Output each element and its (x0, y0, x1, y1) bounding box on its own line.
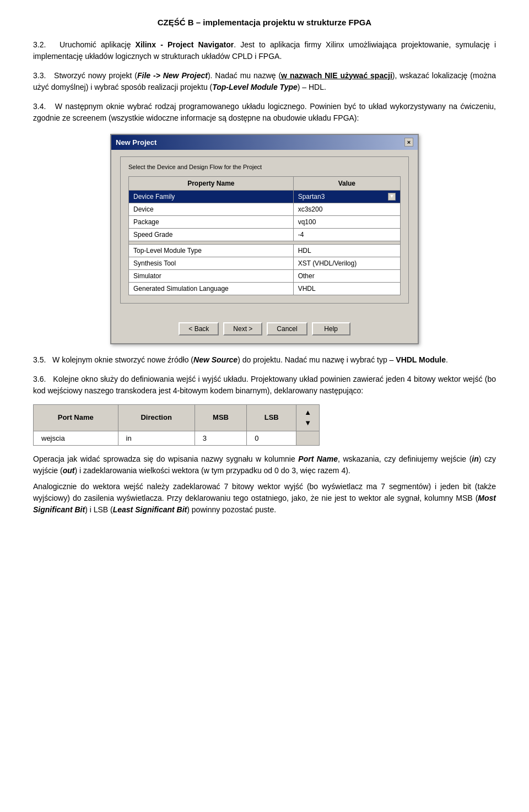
section-32-content: Uruchomić aplikację Xilinx - Project Nav… (33, 40, 496, 61)
section-36-cont: Operacja jak widać sprowadza się do wpis… (33, 453, 496, 516)
section-33-content: Stworzyć nowy projekt (File -> New Proje… (33, 71, 496, 91)
direction-cell: in (118, 431, 195, 446)
table-row[interactable]: Package vq100 (129, 215, 401, 228)
table-row[interactable]: Device xc3s200 (129, 203, 401, 215)
port-table-wrapper: Port Name Direction MSB LSB ▲▼ wejscia i… (33, 404, 496, 446)
lsb-full: Least Significant Bit (113, 505, 187, 514)
dialog-footer: < Back Next > Cancel Help (111, 318, 418, 343)
table-row[interactable]: Simulator Other (129, 269, 401, 282)
section-36-num: 3.6. (33, 375, 46, 383)
property-cell: Simulator (129, 269, 294, 282)
msb-full: Most Significant Bit (33, 494, 496, 514)
col-property-name: Property Name (129, 176, 294, 190)
out-label: out (63, 466, 75, 475)
value-cell: Other (293, 269, 400, 282)
next-button[interactable]: Next > (223, 322, 262, 335)
new-project-dialog: New Project × Select the Device and Desi… (110, 134, 419, 344)
section-33: 3.3. Stworzyć nowy projekt (File -> New … (33, 70, 496, 93)
value-cell[interactable]: Spartan3 ▼ (293, 190, 400, 203)
lsb-cell: 0 (247, 431, 296, 446)
table-row[interactable]: Synthesis Tool XST (VHDL/Verilog) (129, 257, 401, 269)
dialog-body: Select the Device and Design Flow for th… (111, 150, 418, 318)
port-name-cell: wejscia (34, 431, 118, 446)
section-36-content1: Kolejne okno służy do definiowania wejść… (33, 375, 496, 395)
help-button[interactable]: Help (312, 322, 350, 335)
cancel-button[interactable]: Cancel (267, 322, 307, 335)
section-34: 3.4. W następnym oknie wybrać rodzaj pro… (33, 101, 496, 124)
value-cell: VHDL (293, 282, 400, 295)
group-legend: Select the Device and Design Flow for th… (128, 163, 401, 172)
table-row[interactable]: Generated Simulation Language VHDL (129, 282, 401, 295)
vhdl-module-label: VHDL Module (396, 355, 446, 364)
in-label: in (472, 454, 478, 463)
section-36-text2: Operacja jak widać sprowadza się do wpis… (33, 453, 496, 477)
no-spaces-rule: w nazwach NIE używać spacji (281, 71, 392, 80)
section-32-text: 3.2. Uruchomić aplikację Xilinx - Projec… (33, 39, 496, 62)
section-34-text: 3.4. W następnym oknie wybrać rodzaj pro… (33, 101, 496, 124)
device-group: Select the Device and Design Flow for th… (120, 156, 409, 304)
section-36-content3: Analogicznie do wektora wejść należy zad… (33, 482, 496, 514)
msb-cell: 3 (195, 431, 247, 446)
section-35-text: 3.5. W kolejnym oknie stworzyć nowe źród… (33, 354, 496, 366)
section-35-num: 3.5. (33, 355, 46, 364)
file-new-project: File -> New Project (137, 71, 208, 80)
property-cell: Top-Level Module Type (129, 244, 294, 257)
property-cell: Device Family (129, 190, 294, 203)
property-cell: Synthesis Tool (129, 257, 294, 269)
value-cell: -4 (293, 228, 400, 241)
section-32: 3.2. Uruchomić aplikację Xilinx - Projec… (33, 39, 496, 62)
property-cell: Generated Simulation Language (129, 282, 294, 295)
new-source-label: New Source (193, 355, 237, 364)
value-cell: xc3s200 (293, 203, 400, 215)
xilinx-name: Xilinx - Project Navigator (136, 40, 234, 49)
section-32-num: 3.2. (33, 40, 46, 49)
back-button[interactable]: < Back (179, 322, 219, 335)
value-cell: vq100 (293, 215, 400, 228)
col-direction: Direction (118, 404, 195, 431)
section-34-content: W następnym oknie wybrać rodzaj programo… (33, 102, 496, 122)
table-row[interactable]: Device Family Spartan3 ▼ (129, 190, 401, 203)
section-33-text: 3.3. Stworzyć nowy projekt (File -> New … (33, 70, 496, 93)
section-34-num: 3.4. (33, 102, 46, 111)
section-36-content2: Operacja jak widać sprowadza się do wpis… (33, 454, 496, 475)
section-35: 3.5. W kolejnym oknie stworzyć nowe źród… (33, 354, 496, 366)
top-level-module: Top-Level Module Type (212, 83, 298, 91)
page-title: CZĘŚĆ B – implementacja projektu w struk… (33, 17, 496, 29)
col-port-name: Port Name (34, 404, 118, 431)
section-36: 3.6. Kolejne okno służy do definiowania … (33, 373, 496, 397)
col-lsb: LSB (247, 404, 296, 431)
section-35-content: W kolejnym oknie stworzyć nowe źródło (N… (52, 355, 448, 364)
value-cell: XST (VHDL/Verilog) (293, 257, 400, 269)
property-table: Property Name Value Device Family Sparta… (128, 176, 401, 295)
dialog-title: New Project (116, 137, 156, 148)
section-36-text1: 3.6. Kolejne okno służy do definiowania … (33, 373, 496, 397)
table-row[interactable]: Top-Level Module Type HDL (129, 244, 401, 257)
port-row[interactable]: wejscia in 3 0 (34, 431, 320, 446)
dialog-close-button[interactable]: × (404, 138, 413, 147)
value-cell: HDL (293, 244, 400, 257)
row-scrollbar (296, 431, 320, 446)
property-cell: Device (129, 203, 294, 215)
col-msb: MSB (195, 404, 247, 431)
section-36-text3: Analogicznie do wektora wejść należy zad… (33, 481, 496, 516)
value-text: Spartan3 (298, 192, 325, 202)
dialog-titlebar: New Project × (111, 135, 418, 150)
property-cell: Package (129, 215, 294, 228)
port-table: Port Name Direction MSB LSB ▲▼ wejscia i… (33, 404, 320, 446)
port-name-bold: Port Name (298, 454, 338, 463)
scrollbar[interactable]: ▲▼ (296, 404, 320, 431)
dropdown-arrow-icon[interactable]: ▼ (388, 193, 396, 201)
table-row[interactable]: Speed Grade -4 (129, 228, 401, 241)
section-33-num: 3.3. (33, 71, 46, 80)
dialog-wrapper: New Project × Select the Device and Desi… (33, 134, 496, 344)
col-value: Value (293, 176, 400, 190)
property-cell: Speed Grade (129, 228, 294, 241)
